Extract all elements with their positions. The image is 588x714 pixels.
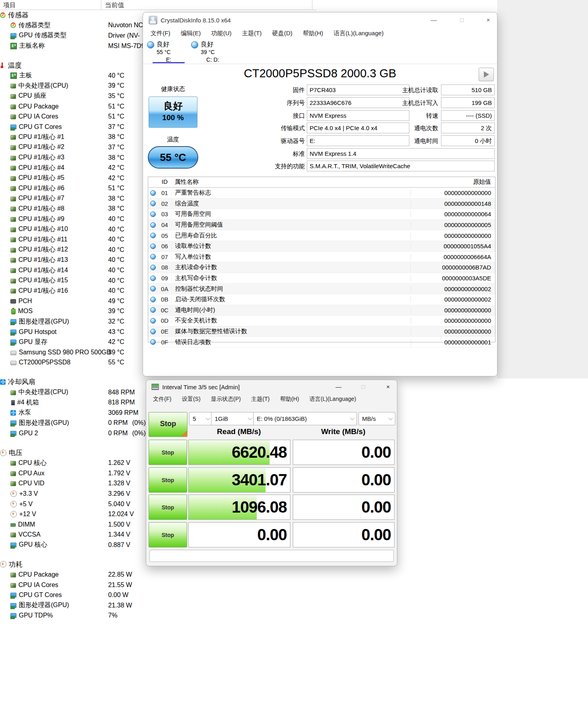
sensor-row[interactable]: CPU Aux1.792 V — [0, 468, 155, 479]
smart-row[interactable]: 07写入单位计数0000000006664A — [148, 252, 495, 263]
sensor-row[interactable]: #4 机箱818 RPM — [0, 397, 155, 408]
sensor-row[interactable]: 图形处理器(GPU)32 °C — [0, 316, 155, 327]
sensor-row[interactable]: 中央处理器(CPU)39 °C — [0, 81, 155, 91]
sensor-row[interactable]: GPU TDP%7% — [0, 611, 155, 621]
sensor-row[interactable]: CT2000P5PSSD855 °C — [0, 358, 155, 368]
minimize-icon[interactable]: — — [330, 382, 346, 392]
minimize-icon[interactable]: — — [426, 15, 442, 25]
maximize-icon[interactable]: □ — [454, 15, 470, 25]
sensor-row[interactable]: 图形处理器(GPU)21.38 W — [0, 600, 155, 611]
column-header-item[interactable]: 项目 — [3, 1, 16, 10]
cdi-titlebar[interactable]: CrystalDiskInfo 8.15.0 x64 — □ × — [143, 12, 497, 28]
sensor-row[interactable]: CPU #1/核心 #1540 °C — [0, 276, 155, 286]
sensor-row[interactable]: CPU #1/核心 #1140 °C — [0, 234, 155, 245]
test-count-select[interactable]: 5 — [189, 412, 213, 425]
sensor-row[interactable]: CPU #1/核心 #651 °C — [0, 183, 155, 194]
sensor-row[interactable]: CPU #1/核心 #1640 °C — [0, 286, 155, 296]
column-divider[interactable] — [101, 0, 101, 10]
menu-item[interactable]: 显示状态(P) — [206, 394, 246, 404]
sensor-row[interactable]: VCCSA1.344 V — [0, 530, 155, 540]
sensor-row[interactable]: CPU IA Cores21.55 W — [0, 580, 155, 590]
sensor-row[interactable]: MOS39 °C — [0, 306, 155, 317]
sensor-row[interactable]: GPU 显存42 °C — [0, 337, 155, 347]
temperature-button[interactable]: 55 °C — [148, 146, 198, 169]
menu-item[interactable]: 帮助(H) — [298, 28, 328, 38]
stop-row-button[interactable]: Stop — [149, 467, 187, 493]
sensor-row[interactable]: 传感器类型Nuvoton NC — [0, 20, 155, 31]
sensor-row[interactable]: +3.3 V3.296 V — [0, 489, 155, 499]
menu-item[interactable]: 文件(F) — [148, 394, 177, 404]
menu-item[interactable]: 硬盘(D) — [267, 28, 298, 38]
smart-row[interactable]: 0B启动-关闭循环次数00000000000002 — [148, 294, 495, 305]
sensor-row[interactable]: CPU #1/核心 #1240 °C — [0, 245, 155, 255]
cdm-titlebar[interactable]: Interval Time 3/5 sec [Admin] — □ × — [146, 380, 397, 394]
next-drive-button[interactable] — [479, 68, 494, 81]
menu-item[interactable]: 帮助(H) — [275, 394, 304, 404]
sensor-row[interactable]: CPU #1/核心 #1040 °C — [0, 224, 155, 235]
sensor-row[interactable]: CPU 核心1.262 V — [0, 458, 155, 468]
stop-row-button[interactable]: Stop — [149, 522, 187, 547]
stop-row-button[interactable]: Stop — [149, 495, 187, 520]
menu-item[interactable]: 语言(L)(Language) — [328, 28, 389, 38]
sensor-row[interactable]: +12 V12.024 V — [0, 509, 155, 519]
sensor-row[interactable]: GPU Hotspot43 °C — [0, 327, 155, 337]
sensor-row[interactable]: CPU #1/核心 #542 °C — [0, 173, 155, 183]
column-divider[interactable] — [312, 0, 312, 10]
sensor-row[interactable]: CPU GT Cores37 °C — [0, 122, 155, 132]
menu-item[interactable]: 文件(F) — [145, 28, 175, 38]
maximize-icon[interactable]: □ — [355, 382, 371, 392]
smart-row[interactable]: 02综合温度00000000000148 — [148, 199, 495, 209]
sensor-row[interactable]: CPU #1/核心 #738 °C — [0, 193, 155, 204]
stop-row-button[interactable]: Stop — [149, 440, 187, 465]
sensor-group-header[interactable]: 功耗 — [0, 559, 144, 570]
menu-item[interactable]: 主题(T) — [246, 394, 275, 404]
sensor-row[interactable]: PCH49 °C — [0, 296, 155, 306]
sensor-row[interactable]: CPU IA Cores51 °C — [0, 111, 155, 122]
smart-row[interactable]: 08主机读命令计数0000000006B7AD — [148, 262, 495, 273]
drive-tab-cd[interactable]: 良好 39 °C C: D: — [190, 40, 235, 63]
menu-item[interactable]: 编辑(E) — [175, 28, 206, 38]
sensor-row[interactable]: CPU Package51 °C — [0, 101, 155, 112]
smart-row[interactable]: 03可用备用空间00000000000064 — [148, 209, 495, 220]
sensor-row[interactable]: 主板名称MSI MS-7D9 — [0, 41, 155, 51]
sensor-row[interactable]: Samsung SSD 980 PRO 500GB39 °C — [0, 347, 155, 358]
smart-row[interactable]: 05已用寿命百分比00000000000000 — [148, 230, 495, 241]
menu-item[interactable]: 功能(U) — [206, 28, 237, 38]
sensor-row[interactable]: CPU GT Cores0.00 W — [0, 590, 155, 600]
sensor-row[interactable]: DIMM1.500 V — [0, 519, 155, 530]
close-icon[interactable]: × — [480, 15, 496, 25]
sensor-row[interactable]: 水泵3069 RPM — [0, 408, 155, 418]
menu-item[interactable]: 语言(L)(Language) — [304, 394, 362, 404]
sensor-row[interactable]: CPU #1/核心 #1440 °C — [0, 265, 155, 276]
smart-row[interactable]: 01严重警告标志00000000000000 — [148, 188, 495, 199]
smart-row[interactable]: 0F错误日志项数00000000000001 — [148, 337, 495, 348]
column-header-value[interactable]: 当前值 — [105, 1, 124, 10]
smart-row[interactable]: 04可用备用空间阈值00000000000005 — [148, 220, 495, 231]
smart-row[interactable]: 0E媒体与数据完整性错误计数00000000000000 — [148, 326, 495, 337]
sensor-row[interactable]: CPU #1/核心 #338 °C — [0, 153, 155, 163]
sensor-row[interactable]: 图形处理器(GPU)0 RPM(0%) — [0, 418, 155, 428]
comment-textbox[interactable] — [149, 550, 394, 562]
target-drive-select[interactable]: E: 0% (0/1863GiB) — [253, 412, 357, 425]
sensor-row[interactable]: CPU #1/核心 #442 °C — [0, 163, 155, 173]
close-icon[interactable]: × — [380, 382, 396, 392]
smart-row[interactable]: 09主机写命令计数0000000003A5DE — [148, 273, 495, 284]
test-size-select[interactable]: 1GiB — [211, 412, 255, 425]
sensor-group-header[interactable]: 冷却风扇 — [0, 377, 144, 387]
sensor-group-header[interactable]: 温度 — [0, 60, 144, 70]
sensor-row[interactable]: CPU #1/核心 #138 °C — [0, 132, 155, 143]
smart-row[interactable]: 0D不安全关机计数00000000000000 — [148, 316, 495, 326]
sensor-group-header[interactable]: 传感器 — [0, 10, 144, 20]
unit-select[interactable]: MB/s — [358, 412, 395, 425]
drive-tab-e[interactable]: 良好 55 °C E: — [146, 40, 191, 63]
sensor-row[interactable]: CPU #1/核心 #1340 °C — [0, 255, 155, 265]
sensor-row[interactable]: 中央处理器(CPU)848 RPM — [0, 387, 155, 398]
sensor-row[interactable]: CPU #1/核心 #237 °C — [0, 142, 155, 153]
sensor-row[interactable]: 主板40 °C — [0, 70, 155, 81]
sensor-group-header[interactable]: 电压 — [0, 448, 144, 458]
sensor-row[interactable]: CPU #1/核心 #940 °C — [0, 214, 155, 224]
sensor-row[interactable]: GPU 20 RPM(0%) — [0, 428, 155, 438]
menu-item[interactable]: 主题(T) — [237, 28, 267, 38]
sensor-row[interactable]: GPU 传感器类型Driver (NV- — [0, 30, 155, 41]
sensor-row[interactable]: CPU Package22.85 W — [0, 569, 155, 580]
